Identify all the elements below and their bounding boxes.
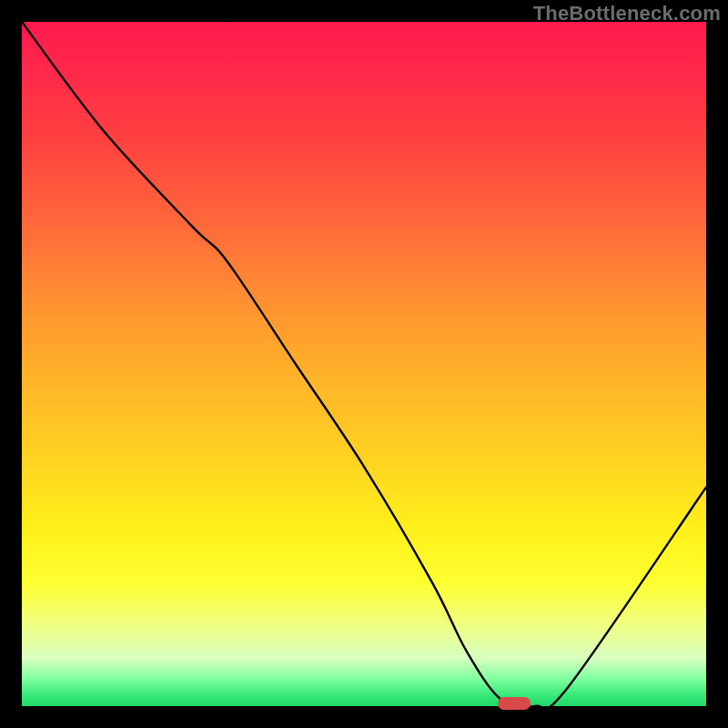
curve-path (22, 22, 706, 706)
chart-container: TheBottleneck.com (0, 0, 728, 728)
optimal-marker (498, 697, 531, 710)
bottleneck-curve (22, 22, 706, 706)
plot-area (22, 22, 706, 706)
